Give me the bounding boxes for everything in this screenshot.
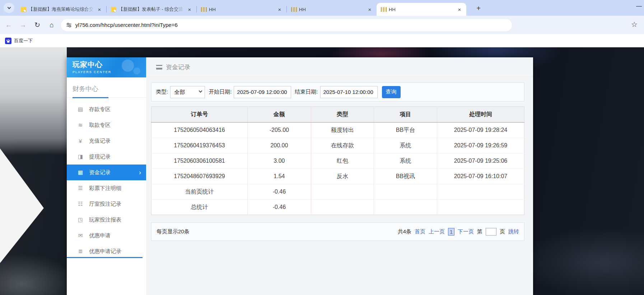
table-cell: -205.00	[248, 123, 311, 138]
sidebar-item-label: 存款专区	[89, 106, 111, 113]
table-cell: 1.54	[248, 169, 311, 184]
page-size-text: 每页显示20条	[157, 228, 190, 235]
sidebar-item-link[interactable]: ◨提现记录	[67, 149, 146, 165]
sidebar-item-link[interactable]: ☷厅室投注记录	[67, 196, 146, 212]
sidebar-item-label: 充值记录	[89, 138, 111, 144]
back-button[interactable]: ←	[3, 19, 14, 31]
browser-tab[interactable]: 【新提醒】发表帖子 - 综合交流×	[107, 3, 196, 16]
browser-tab[interactable]: HH×	[197, 3, 286, 16]
table-cell: 2025-07-09 16:10:07	[437, 169, 524, 184]
forum-icon	[111, 7, 116, 12]
table-row: 当前页统计-0.46	[151, 184, 524, 200]
promo-record-icon: ≣	[77, 248, 84, 254]
tab-close-icon[interactable]: ×	[96, 6, 103, 13]
sidebar-item-link[interactable]: ¥充值记录	[67, 133, 146, 149]
table-row: 1752060419376453200.00在线存款系统2025-07-09 1…	[151, 138, 524, 153]
jump-suffix-label: 页	[500, 228, 505, 235]
end-date-input[interactable]	[320, 86, 378, 98]
search-button[interactable]: 查询	[382, 86, 401, 98]
column-header: 金额	[248, 107, 311, 123]
withdraw-icon: ≋	[77, 122, 84, 128]
table-cell: 当前页统计	[151, 184, 248, 200]
prev-page-link[interactable]: 上一页	[429, 228, 445, 235]
total-count: 共4条	[398, 228, 411, 235]
forum-icon	[21, 7, 26, 12]
type-select-wrap: 全部	[170, 86, 205, 98]
current-page-button[interactable]: 1	[448, 228, 454, 235]
tab-close-icon[interactable]: ×	[456, 6, 463, 13]
chevron-right-icon: ›	[139, 169, 141, 176]
new-tab-button[interactable]: +	[473, 4, 484, 14]
jump-button[interactable]: 跳转	[508, 228, 519, 235]
table-cell: 3.00	[248, 153, 311, 169]
player-center-panel: 玩家中心 PLAYERS CENTER 财务中心 ▤存款专区≋取款专区¥充值记录…	[67, 57, 533, 295]
tab-title: HH	[299, 7, 364, 12]
table-cell: 2025-07-09 19:28:24	[437, 123, 524, 138]
table-header-row: 订单号金额类型项目处理时间	[151, 107, 524, 123]
page-background: 玩家中心 PLAYERS CENTER 财务中心 ▤存款专区≋取款专区¥充值记录…	[0, 47, 644, 295]
next-page-link[interactable]: 下一页	[458, 228, 474, 235]
bookmark-star-icon[interactable]: ☆	[631, 20, 638, 29]
browser-tab[interactable]: HH×	[287, 3, 377, 16]
forward-button[interactable]: →	[17, 19, 29, 31]
tab-title: 【新提醒】海燕策略论坛综合交	[28, 6, 94, 13]
sidebar-section-title: 财务中心	[67, 77, 146, 98]
table-cell: 1752060306100581	[151, 153, 248, 169]
sidebar-item-link[interactable]: ▤存款专区	[67, 101, 146, 117]
table-cell	[374, 184, 437, 200]
table-cell: -0.46	[248, 200, 311, 215]
bookmark-baidu[interactable]: 百度一下	[5, 38, 33, 44]
sidebar-item-link[interactable]: ✉优惠申请	[67, 228, 146, 243]
browser-tab[interactable]: HH×	[377, 3, 466, 16]
pagination-controls: 共4条 首页 上一页 1 下一页 第 页 跳转	[398, 228, 519, 235]
sidebar-item-link[interactable]: ☰彩票下注明细	[67, 180, 146, 196]
deposit-icon: ▤	[77, 106, 84, 113]
promo-apply-icon: ✉	[77, 232, 84, 239]
gamepad-icon	[133, 67, 140, 75]
first-page-link[interactable]: 首页	[415, 228, 425, 235]
tab-close-icon[interactable]: ×	[367, 6, 373, 13]
tab-strip: 【新提醒】海燕策略论坛综合交×【新提醒】发表帖子 - 综合交流×HH×HH×HH…	[0, 0, 644, 16]
url-text[interactable]: yl756.com/hhcp/usercenter.html?iniType=6	[75, 22, 178, 28]
sidebar-section-divider	[67, 257, 143, 258]
tabs-container: 【新提醒】海燕策略论坛综合交×【新提醒】发表帖子 - 综合交流×HH×HH×HH…	[17, 0, 466, 16]
table-cell	[437, 200, 524, 215]
chevron-down-icon	[7, 6, 11, 9]
sidebar-header: 玩家中心 PLAYERS CENTER	[67, 57, 146, 77]
column-header: 项目	[374, 107, 437, 123]
main-content: 资金记录 类型: 全部 开始日期: 结束日期: 查询 订单号金额类型项目处理时间	[146, 57, 533, 295]
site-settings-icon[interactable]	[66, 22, 72, 28]
end-date-label: 结束日期:	[295, 89, 318, 95]
address-bar[interactable]: yl756.com/hhcp/usercenter.html?iniType=6	[61, 19, 512, 31]
table-row: 总统计-0.46	[151, 200, 524, 215]
tab-title: 【新提醒】发表帖子 - 综合交流	[118, 6, 184, 13]
table-cell: 2025-07-09 19:25:06	[437, 153, 524, 169]
table-row: 1752060504063416-205.00额度转出BB平台2025-07-0…	[151, 123, 524, 138]
tab-search-button[interactable]	[4, 3, 14, 13]
jump-page-input[interactable]	[486, 228, 496, 235]
tab-close-icon[interactable]: ×	[186, 6, 193, 13]
sidebar: 玩家中心 PLAYERS CENTER 财务中心 ▤存款专区≋取款专区¥充值记录…	[67, 57, 146, 295]
filter-bar: 类型: 全部 开始日期: 结束日期: 查询	[151, 82, 524, 101]
browser-tab[interactable]: 【新提醒】海燕策略论坛综合交×	[17, 3, 106, 16]
tab-title: HH	[389, 7, 454, 12]
table-row: 17520486076939291.54反水BB视讯2025-07-09 16:…	[151, 169, 524, 184]
home-button[interactable]: ⌂	[46, 19, 57, 31]
sidebar-item-link[interactable]: ≋取款专区	[67, 117, 146, 133]
table-cell: 红包	[311, 153, 374, 169]
table-cell: 2025-07-09 19:26:59	[437, 138, 524, 153]
sidebar-item-active[interactable]: ▦资金记录›	[67, 165, 146, 180]
bookmark-label: 百度一下	[14, 38, 33, 44]
tab-close-icon[interactable]: ×	[276, 6, 283, 13]
table-cell: 1752048607693929	[151, 169, 248, 184]
table-cell: 额度转出	[311, 123, 374, 138]
reload-button[interactable]: ↻	[32, 19, 43, 31]
table-row: 17520603061005813.00红包系统2025-07-09 19:25…	[151, 153, 524, 169]
hh-icon	[201, 7, 207, 12]
minimize-button[interactable]: —	[636, 3, 642, 9]
section-label: 财务中心	[73, 85, 98, 92]
sidebar-item-link[interactable]: ◳玩家投注报表	[67, 212, 146, 228]
sidebar-item-label: 资金记录	[89, 169, 111, 176]
start-date-input[interactable]	[234, 86, 291, 98]
table-cell: 系统	[374, 138, 437, 153]
